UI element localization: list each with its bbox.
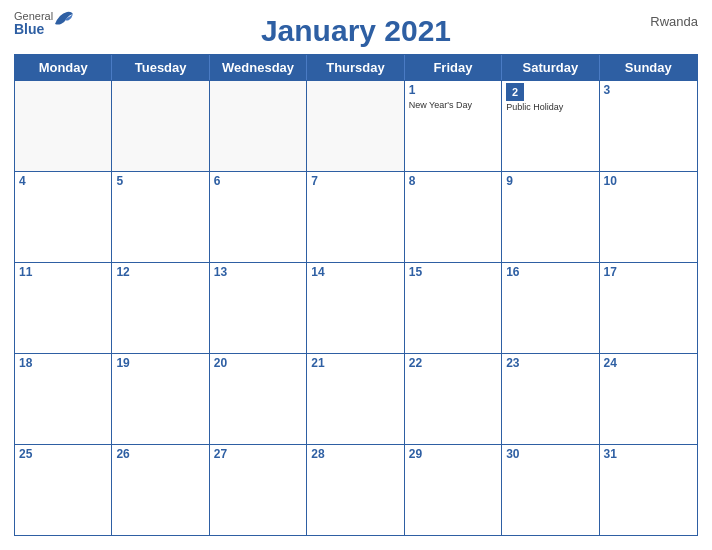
day-number-25: 25 — [19, 447, 107, 463]
day-cell-empty-3 — [210, 81, 307, 171]
day-cell-jan21: 21 — [307, 354, 404, 444]
day-number-27: 27 — [214, 447, 302, 463]
day-number-18: 18 — [19, 356, 107, 372]
week-row-4: 18 19 20 21 22 23 24 — [15, 353, 697, 444]
day-number-4: 4 — [19, 174, 107, 190]
day-number-26: 26 — [116, 447, 204, 463]
header-friday: Friday — [405, 55, 502, 80]
day-headers: Monday Tuesday Wednesday Thursday Friday… — [15, 55, 697, 80]
day-number-31: 31 — [604, 447, 693, 463]
day-cell-jan20: 20 — [210, 354, 307, 444]
month-title: January 2021 — [261, 14, 451, 48]
day-number-15: 15 — [409, 265, 497, 281]
event-new-years-day: New Year's Day — [409, 100, 497, 111]
day-cell-jan2: 2 Public Holiday — [502, 81, 599, 171]
day-cell-jan12: 12 — [112, 263, 209, 353]
day-cell-jan31: 31 — [600, 445, 697, 535]
header-tuesday: Tuesday — [112, 55, 209, 80]
day-number-28: 28 — [311, 447, 399, 463]
day-number-1: 1 — [409, 83, 497, 99]
week-row-3: 11 12 13 14 15 16 17 — [15, 262, 697, 353]
day-cell-jan7: 7 — [307, 172, 404, 262]
header-saturday: Saturday — [502, 55, 599, 80]
day-number-11: 11 — [19, 265, 107, 281]
day-number-14: 14 — [311, 265, 399, 281]
day-number-24: 24 — [604, 356, 693, 372]
day-number-2: 2 — [506, 83, 524, 101]
day-number-5: 5 — [116, 174, 204, 190]
day-cell-jan6: 6 — [210, 172, 307, 262]
logo-area: General Blue — [14, 10, 75, 37]
day-number-30: 30 — [506, 447, 594, 463]
day-cell-jan1: 1 New Year's Day — [405, 81, 502, 171]
day-cell-jan8: 8 — [405, 172, 502, 262]
day-cell-jan24: 24 — [600, 354, 697, 444]
day-number-23: 23 — [506, 356, 594, 372]
day-number-6: 6 — [214, 174, 302, 190]
week-row-1: 1 New Year's Day 2 Public Holiday 3 — [15, 80, 697, 171]
day-cell-jan25: 25 — [15, 445, 112, 535]
logo-text: General Blue — [14, 10, 53, 37]
day-cell-jan5: 5 — [112, 172, 209, 262]
day-cell-jan13: 13 — [210, 263, 307, 353]
day-number-12: 12 — [116, 265, 204, 281]
logo-blue: Blue — [14, 22, 53, 37]
day-number-3: 3 — [604, 83, 693, 99]
header-wednesday: Wednesday — [210, 55, 307, 80]
day-cell-empty-2 — [112, 81, 209, 171]
day-cell-jan11: 11 — [15, 263, 112, 353]
day-number-13: 13 — [214, 265, 302, 281]
header-monday: Monday — [15, 55, 112, 80]
day-number-16: 16 — [506, 265, 594, 281]
day-number-21: 21 — [311, 356, 399, 372]
day-number-8: 8 — [409, 174, 497, 190]
day-cell-jan14: 14 — [307, 263, 404, 353]
day-cell-empty-1 — [15, 81, 112, 171]
event-public-holiday: Public Holiday — [506, 102, 594, 113]
header-sunday: Sunday — [600, 55, 697, 80]
day-cell-jan10: 10 — [600, 172, 697, 262]
week-row-5: 25 26 27 28 29 30 31 — [15, 444, 697, 535]
country-label: Rwanda — [650, 14, 698, 29]
day-number-29: 29 — [409, 447, 497, 463]
calendar-header: General Blue January 2021 Rwanda — [14, 10, 698, 48]
header-thursday: Thursday — [307, 55, 404, 80]
day-number-20: 20 — [214, 356, 302, 372]
week-row-2: 4 5 6 7 8 9 10 — [15, 171, 697, 262]
day-number-9: 9 — [506, 174, 594, 190]
day-cell-jan19: 19 — [112, 354, 209, 444]
logo-bird-icon — [53, 10, 75, 32]
day-number-7: 7 — [311, 174, 399, 190]
day-cell-jan22: 22 — [405, 354, 502, 444]
day-cell-jan23: 23 — [502, 354, 599, 444]
day-number-19: 19 — [116, 356, 204, 372]
day-cell-jan28: 28 — [307, 445, 404, 535]
day-cell-jan18: 18 — [15, 354, 112, 444]
calendar-grid: Monday Tuesday Wednesday Thursday Friday… — [14, 54, 698, 536]
day-cell-jan16: 16 — [502, 263, 599, 353]
day-cell-jan4: 4 — [15, 172, 112, 262]
calendar-container: General Blue January 2021 Rwanda Monday … — [0, 0, 712, 550]
day-cell-jan30: 30 — [502, 445, 599, 535]
day-number-17: 17 — [604, 265, 693, 281]
day-number-10: 10 — [604, 174, 693, 190]
day-cell-jan9: 9 — [502, 172, 599, 262]
weeks-container: 1 New Year's Day 2 Public Holiday 3 4 5 — [15, 80, 697, 535]
day-cell-jan29: 29 — [405, 445, 502, 535]
day-cell-jan26: 26 — [112, 445, 209, 535]
day-cell-jan15: 15 — [405, 263, 502, 353]
day-cell-jan17: 17 — [600, 263, 697, 353]
day-number-22: 22 — [409, 356, 497, 372]
day-cell-jan3: 3 — [600, 81, 697, 171]
day-cell-jan27: 27 — [210, 445, 307, 535]
day-cell-empty-4 — [307, 81, 404, 171]
